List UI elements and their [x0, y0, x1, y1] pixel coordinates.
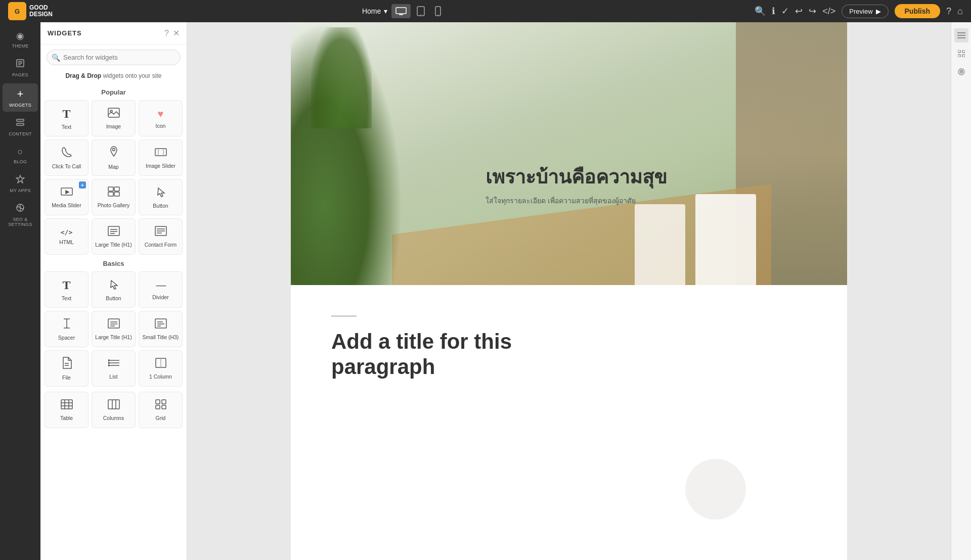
widget-list[interactable]: List [92, 350, 136, 387]
widget-media-slider-label: Media Slider [52, 202, 81, 209]
widget-image-slider-icon [155, 147, 167, 160]
widget-media-slider[interactable]: Media Slider [45, 179, 89, 215]
widget-divider[interactable]: — Divider [139, 271, 183, 308]
preview-button[interactable]: Preview ▶ [842, 5, 888, 18]
search-input[interactable] [47, 50, 181, 65]
right-sidebar-layers-icon[interactable] [954, 28, 968, 42]
right-sidebar-target-icon[interactable] [954, 65, 968, 79]
svg-rect-66 [162, 405, 166, 409]
widget-button-basics-label: Button [106, 295, 121, 302]
widget-columns[interactable]: Columns [92, 392, 136, 428]
widget-photo-gallery-label: Photo Gallery [98, 202, 130, 209]
svg-rect-65 [156, 405, 160, 409]
tablet-device-btn[interactable] [413, 4, 429, 18]
svg-rect-17 [155, 149, 166, 156]
sidebar-item-widgets[interactable]: + WIDGETS [3, 83, 38, 112]
mobile-device-btn[interactable] [431, 4, 445, 18]
widgets-icon: + [17, 87, 24, 101]
chair-decoration-2 [635, 204, 685, 285]
widget-spacer-icon [62, 318, 72, 332]
home-icon[interactable]: ⌂ [957, 6, 963, 17]
svg-point-51 [108, 362, 109, 363]
svg-rect-22 [108, 187, 113, 191]
section-title-basics: Basics [45, 260, 183, 267]
search-icon[interactable]: 🔍 [755, 6, 766, 17]
decorative-circle [685, 459, 746, 520]
sidebar-item-myapps[interactable]: MY APPS [3, 170, 38, 197]
blog-icon: ○ [18, 147, 23, 157]
widget-spacer[interactable]: Spacer [45, 311, 89, 347]
right-sidebar-grid-icon[interactable] [954, 46, 968, 61]
content-section: Add a title for this paragraph [291, 285, 847, 538]
sidebar-item-theme[interactable]: ◉ THEME [3, 26, 38, 53]
widget-image-slider[interactable]: Image Slider [139, 139, 183, 176]
widget-small-title-label: Small Title (H3) [143, 334, 179, 341]
widgets-help-icon[interactable]: ? [164, 29, 169, 38]
topbar-center: Home ▾ [362, 4, 445, 18]
widget-table-label: Table [60, 415, 73, 422]
widget-table[interactable]: Table [45, 392, 89, 428]
myapps-icon [16, 174, 25, 186]
widget-button-basics-icon [108, 278, 119, 292]
sidebar-item-blog[interactable]: ○ BLOG [3, 143, 38, 168]
svg-rect-24 [108, 192, 113, 196]
svg-rect-0 [396, 8, 406, 14]
widget-call-icon [61, 147, 72, 160]
widget-text-basics[interactable]: T Text [45, 271, 89, 308]
topbar-right: 🔍 ℹ ✓ ↩ ↪ </> Preview ▶ Publish ? ⌂ [755, 4, 963, 18]
widget-html[interactable]: </> HTML [45, 218, 89, 255]
logo-icon: G [8, 2, 26, 20]
canvas-area: เพราะบ้านคือความสุข ใส่ใจทุกรายละเอียด เ… [187, 22, 951, 560]
widget-click-to-call[interactable]: Click To Call [45, 139, 89, 176]
sidebar-item-seo[interactable]: SEO & SETTINGS [3, 199, 38, 231]
publish-button[interactable]: Publish [895, 4, 941, 18]
widget-image-slider-label: Image Slider [146, 163, 175, 169]
info-icon[interactable]: ℹ [772, 6, 775, 17]
canvas-inner: เพราะบ้านคือความสุข ใส่ใจทุกรายละเอียด เ… [187, 22, 951, 560]
check-icon[interactable]: ✓ [781, 6, 789, 17]
sidebar-item-content[interactable]: CONTENT [3, 114, 38, 141]
help-icon[interactable]: ? [946, 6, 951, 17]
widget-text-popular[interactable]: T Text [45, 100, 89, 136]
page-selector[interactable]: Home ▾ [362, 7, 387, 15]
widget-1-column-icon [155, 358, 166, 370]
logo: G GOODDESIGN [8, 2, 53, 20]
drag-hint-suffix: widgets onto your site [101, 72, 161, 79]
seo-icon [16, 203, 25, 215]
content-title-line1: Add a title for this [331, 330, 512, 353]
widget-1-column-label: 1 Column [149, 374, 172, 380]
code-icon[interactable]: </> [822, 6, 835, 17]
undo-icon[interactable]: ↩ [795, 6, 803, 17]
sidebar-item-widgets-label: WIDGETS [9, 103, 31, 108]
widget-map[interactable]: Map [92, 139, 136, 176]
widget-image[interactable]: Image [92, 100, 136, 136]
widget-file-label: File [62, 375, 71, 381]
svg-rect-70 [958, 50, 960, 53]
topbar-left: G GOODDESIGN [8, 2, 53, 20]
widget-columns-label: Columns [103, 415, 124, 422]
widget-large-title-basics[interactable]: Large Title (H1) [92, 311, 136, 347]
redo-icon[interactable]: ↪ [809, 6, 816, 17]
widget-large-title[interactable]: Large Title (H1) [92, 218, 136, 255]
widget-grid[interactable]: Grid [139, 392, 183, 428]
basics-widgets-grid: T Text Button — Divider [45, 271, 183, 387]
widget-list-label: List [109, 374, 117, 380]
widget-button-popular[interactable]: Button [139, 179, 183, 215]
widget-small-title[interactable]: Small Title (H3) [139, 311, 183, 347]
widget-icon[interactable]: ♥ Icon [139, 100, 183, 136]
svg-point-50 [108, 360, 109, 361]
widget-1-column[interactable]: 1 Column [139, 350, 183, 387]
widget-file[interactable]: File [45, 350, 89, 387]
desktop-device-btn[interactable] [391, 4, 411, 18]
widget-button-basics[interactable]: Button [92, 271, 136, 308]
svg-rect-37 [108, 319, 119, 328]
preview-label: Preview [849, 8, 872, 15]
content-title-line2: paragraph [331, 355, 435, 379]
hero-section: เพราะบ้านคือความสุข ใส่ใจทุกรายละเอียด เ… [291, 22, 847, 285]
widget-map-label: Map [108, 164, 118, 170]
widget-contact-form[interactable]: Contact Form [139, 218, 183, 255]
widget-call-label: Click To Call [52, 163, 81, 170]
sidebar-item-pages[interactable]: PAGES [3, 55, 38, 81]
widget-photo-gallery[interactable]: Photo Gallery [92, 179, 136, 215]
widgets-close-icon[interactable]: ✕ [173, 28, 180, 38]
